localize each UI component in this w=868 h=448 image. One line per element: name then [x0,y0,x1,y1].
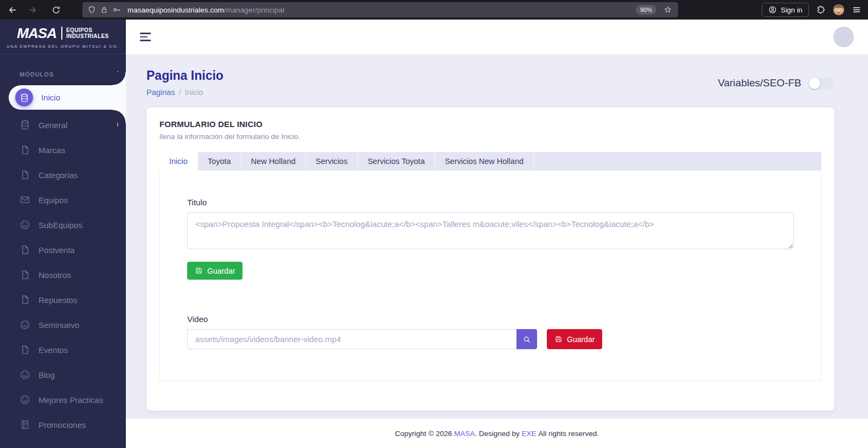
brand-logo[interactable]: MASA EQUIPOS INDUSTRIALES UNA EMPRESA DE… [0,20,126,54]
page-header: Pagina Inicio Paginas/Inicio Variables/S… [146,54,834,97]
browser-actions: Sign in [762,3,864,17]
sidebar-item-label: Mejores Practicas [39,395,103,405]
forward-button[interactable] [24,2,40,17]
sidebar-item-repuestos[interactable]: Repuestos [0,287,126,312]
sidebar-item-general[interactable]: General [0,112,126,137]
account-icon [768,5,777,14]
envelope-icon [20,194,30,205]
video-field-group: Video Guardar [187,314,794,349]
extensions-icon[interactable] [816,5,826,15]
database-icon [15,89,33,106]
url-text: masaequiposindustriales.com/manager/prin… [127,6,632,14]
save-icon [554,335,563,343]
shield-icon[interactable] [87,5,96,14]
breadcrumb-paginas[interactable]: Paginas [146,88,175,97]
video-save-button[interactable]: Guardar [547,329,602,349]
tab-servicios-toyota[interactable]: Servicios Toyota [358,152,435,171]
logo-tagline: UNA EMPRESA DEL GRUPO MITSUI & CO. [7,44,119,49]
sidebar-item-label: Nosotros [39,270,71,280]
profile-avatar[interactable] [833,4,845,16]
tab-servicios[interactable]: Servicios [306,152,358,171]
user-avatar[interactable] [833,27,854,47]
breadcrumb: Paginas/Inicio [146,88,224,97]
sidebar: MASA EQUIPOS INDUSTRIALES UNA EMPRESA DE… [0,20,126,448]
sidebar-item-label: SubEquipos [39,220,82,230]
toggle-knob [809,78,820,89]
card-title: FORMULARIO DEL INICIO [159,119,821,129]
sidebar-item-eventos[interactable]: Eventos [0,337,126,362]
file-icon [20,294,30,305]
footer-text: . Designed by [475,430,521,438]
sidebar-item-label: Postventa [39,245,75,255]
back-button[interactable] [4,2,21,17]
zoom-level-badge[interactable]: 90% [636,5,656,15]
modules-section-label: MÓDULOS [20,71,126,78]
database-icon [20,119,30,130]
sidebar-item-equipos[interactable]: Equipos [0,187,126,212]
breadcrumb-current: Inicio [184,88,203,97]
tab-toyota[interactable]: Toyota [198,152,241,171]
bookmark-star-icon[interactable] [663,5,672,14]
search-icon [522,335,531,344]
logo-divider [61,27,62,40]
variables-seo-toggle[interactable] [809,78,834,89]
main-area: Pagina Inicio Paginas/Inicio Variables/S… [126,20,868,448]
titulo-textarea[interactable] [187,212,794,249]
smiley-icon [20,319,30,330]
sidebar-toggle-button[interactable] [140,33,151,41]
footer: Copyright © 2026 MASA. Designed by EXE A… [126,419,868,448]
sidebar-item-blog[interactable]: Blog [0,362,126,387]
footer-text: All rights reserved. [537,430,599,438]
smiley-icon [20,219,30,230]
sidebar-item-subequipos[interactable]: SubEquipos [0,212,126,237]
titulo-save-button[interactable]: Guardar [187,262,242,280]
titulo-label: Titulo [187,198,794,207]
file-icon [20,269,30,280]
signin-button[interactable]: Sign in [762,3,809,17]
footer-text: Copyright © 2026 [395,430,454,438]
key-icon[interactable] [112,5,121,14]
logo-subtitle: EQUIPOS INDUSTRIALES [66,27,109,39]
sidebar-item-label: General [39,121,67,130]
sidebar-item-nosotros[interactable]: Nosotros [0,262,126,287]
url-bar[interactable]: masaequiposindustriales.com/manager/prin… [82,2,678,17]
file-icon [20,244,30,255]
form-card: FORMULARIO DEL INICIO llena la informaci… [146,108,834,411]
sidebar-item-marcas[interactable]: Marcas [0,137,126,162]
tab-servicios-new-holland[interactable]: Servicios New Holland [435,152,534,171]
sidebar-item-label: Marcas [39,146,65,155]
sidebar-item-label: Equipos [39,195,68,205]
tab-new-holland[interactable]: New Holland [241,152,306,171]
video-input[interactable] [187,329,516,349]
browser-menu-button[interactable] [852,5,861,15]
footer-masa-link[interactable]: MASA [454,430,475,438]
sidebar-item-postventa[interactable]: Postventa [0,237,126,262]
sidebar-item-seminuevo[interactable]: Seminuevo [0,312,126,337]
lock-icon[interactable] [100,5,108,14]
sidebar-item-label: Seminuevo [39,320,79,330]
page-title: Pagina Inicio [146,68,224,83]
sidebar-item-label: Categorias [39,171,78,180]
footer-exe-link[interactable]: EXE [522,430,537,438]
reload-button[interactable] [48,2,64,17]
video-search-button[interactable] [516,329,537,349]
sidebar-item-promociones[interactable]: Promociones [0,412,126,437]
tab-bar: InicioToyotaNew HollandServiciosServicio… [159,152,821,171]
file-icon [20,344,30,355]
save-icon [195,267,203,275]
sidebar-item-inicio[interactable]: Inicio [9,85,126,110]
sidebar-item-mejores-practicas[interactable]: Mejores Practicas [0,387,126,412]
video-label: Video [187,314,794,324]
tab-inicio[interactable]: Inicio [159,152,198,171]
screen: masaequiposindustriales.com/manager/prin… [0,0,868,448]
file-icon [20,169,30,180]
card-subtitle: llena la información del formulario de I… [159,132,821,141]
logo-wordmark: MASA [17,25,56,42]
signin-label: Sign in [781,6,802,14]
sidebar-item-label: Repuestos [39,295,78,305]
sidebar-item-label: Blog [39,370,55,380]
sidebar-item-label: Promociones [39,420,86,430]
sidebar-item-categorias[interactable]: Categorias [0,162,126,187]
breadcrumb-separator: / [178,88,181,97]
tab-panel: Titulo Guardar Video [159,171,821,381]
